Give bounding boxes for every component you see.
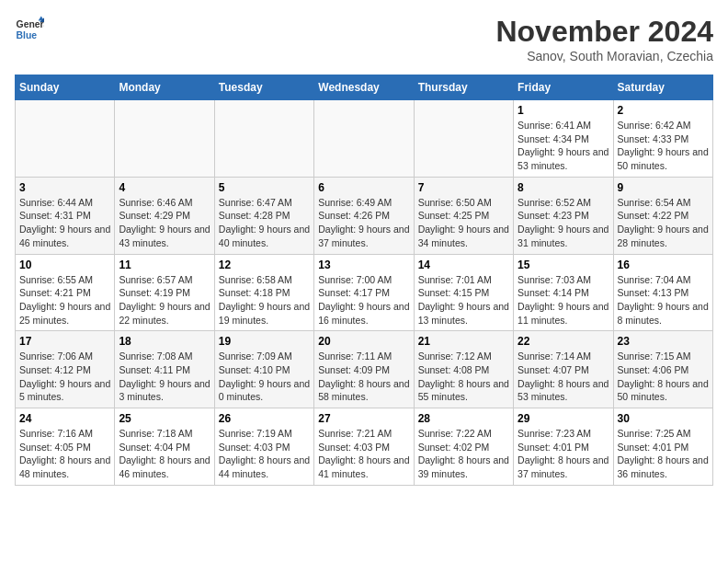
day-detail: Sunrise: 7:06 AMSunset: 4:12 PMDaylight:… [19,350,110,404]
day-detail: Sunrise: 7:21 AMSunset: 4:03 PMDaylight:… [318,427,409,481]
calendar-cell: 5Sunrise: 6:47 AMSunset: 4:28 PMDaylight… [214,177,313,254]
calendar-cell: 3Sunrise: 6:44 AMSunset: 4:31 PMDaylight… [16,177,115,254]
calendar-cell [214,100,313,178]
calendar-cell: 4Sunrise: 6:46 AMSunset: 4:29 PMDaylight… [115,177,214,254]
day-number: 11 [119,259,210,271]
day-number: 8 [518,181,609,194]
calendar-cell [115,100,214,178]
page-header: General Blue November 2024 Sanov, South … [15,15,713,63]
day-number: 1 [518,104,609,117]
day-number: 10 [19,259,110,271]
day-number: 7 [418,181,509,194]
day-number: 28 [418,412,509,425]
day-number: 9 [618,181,709,194]
day-number: 18 [119,335,210,348]
calendar-cell: 21Sunrise: 7:12 AMSunset: 4:08 PMDayligh… [414,331,513,408]
day-number: 16 [618,259,709,271]
day-detail: Sunrise: 7:14 AMSunset: 4:07 PMDaylight:… [518,350,609,404]
day-detail: Sunrise: 7:15 AMSunset: 4:06 PMDaylight:… [618,350,709,404]
logo: General Blue [15,15,44,44]
day-header-tuesday: Tuesday [214,75,313,100]
day-detail: Sunrise: 7:08 AMSunset: 4:11 PMDaylight:… [119,350,210,404]
day-header-wednesday: Wednesday [314,75,414,100]
day-number: 17 [19,335,110,348]
day-number: 22 [518,335,609,348]
day-detail: Sunrise: 7:18 AMSunset: 4:04 PMDaylight:… [119,427,210,481]
day-header-friday: Friday [514,75,613,100]
calendar-cell: 26Sunrise: 7:19 AMSunset: 4:03 PMDayligh… [214,408,313,486]
calendar-cell: 15Sunrise: 7:03 AMSunset: 4:14 PMDayligh… [514,254,613,331]
day-detail: Sunrise: 7:01 AMSunset: 4:15 PMDaylight:… [418,273,509,327]
calendar-cell: 22Sunrise: 7:14 AMSunset: 4:07 PMDayligh… [514,331,613,408]
day-detail: Sunrise: 7:25 AMSunset: 4:01 PMDaylight:… [618,427,709,481]
day-detail: Sunrise: 6:47 AMSunset: 4:28 PMDaylight:… [219,196,310,250]
calendar-week-5: 24Sunrise: 7:16 AMSunset: 4:05 PMDayligh… [16,408,713,486]
day-number: 29 [518,412,609,425]
day-detail: Sunrise: 6:46 AMSunset: 4:29 PMDaylight:… [119,196,210,250]
calendar-cell [314,100,414,178]
day-detail: Sunrise: 7:12 AMSunset: 4:08 PMDaylight:… [418,350,509,404]
day-number: 23 [618,335,709,348]
day-number: 6 [318,181,409,194]
day-detail: Sunrise: 6:52 AMSunset: 4:23 PMDaylight:… [518,196,609,250]
day-number: 19 [219,335,310,348]
day-detail: Sunrise: 6:42 AMSunset: 4:33 PMDaylight:… [618,119,709,173]
day-detail: Sunrise: 6:58 AMSunset: 4:18 PMDaylight:… [219,273,310,327]
calendar-cell: 27Sunrise: 7:21 AMSunset: 4:03 PMDayligh… [314,408,414,486]
day-detail: Sunrise: 7:22 AMSunset: 4:02 PMDaylight:… [418,427,509,481]
day-number: 4 [119,181,210,194]
day-header-saturday: Saturday [613,75,712,100]
calendar-cell: 16Sunrise: 7:04 AMSunset: 4:13 PMDayligh… [613,254,712,331]
calendar-week-3: 10Sunrise: 6:55 AMSunset: 4:21 PMDayligh… [16,254,713,331]
day-number: 25 [119,412,210,425]
day-detail: Sunrise: 6:44 AMSunset: 4:31 PMDaylight:… [19,196,110,250]
svg-text:Blue: Blue [17,30,38,40]
calendar-cell: 28Sunrise: 7:22 AMSunset: 4:02 PMDayligh… [414,408,513,486]
day-header-monday: Monday [115,75,214,100]
calendar-cell: 25Sunrise: 7:18 AMSunset: 4:04 PMDayligh… [115,408,214,486]
calendar-cell: 29Sunrise: 7:23 AMSunset: 4:01 PMDayligh… [514,408,613,486]
calendar-cell: 30Sunrise: 7:25 AMSunset: 4:01 PMDayligh… [613,408,712,486]
day-number: 13 [318,259,409,271]
day-detail: Sunrise: 7:00 AMSunset: 4:17 PMDaylight:… [318,273,409,327]
calendar-cell: 6Sunrise: 6:49 AMSunset: 4:26 PMDaylight… [314,177,414,254]
day-header-sunday: Sunday [16,75,115,100]
day-detail: Sunrise: 6:50 AMSunset: 4:25 PMDaylight:… [418,196,509,250]
calendar-cell: 24Sunrise: 7:16 AMSunset: 4:05 PMDayligh… [16,408,115,486]
calendar-cell: 12Sunrise: 6:58 AMSunset: 4:18 PMDayligh… [214,254,313,331]
svg-text:General: General [17,19,44,29]
day-detail: Sunrise: 6:49 AMSunset: 4:26 PMDaylight:… [318,196,409,250]
day-number: 2 [618,104,709,117]
month-title: November 2024 [495,15,713,49]
calendar-week-2: 3Sunrise: 6:44 AMSunset: 4:31 PMDaylight… [16,177,713,254]
calendar-week-1: 1Sunrise: 6:41 AMSunset: 4:34 PMDaylight… [16,100,713,178]
calendar-cell: 9Sunrise: 6:54 AMSunset: 4:22 PMDaylight… [613,177,712,254]
day-detail: Sunrise: 6:41 AMSunset: 4:34 PMDaylight:… [518,119,609,173]
subtitle: Sanov, South Moravian, Czechia [495,49,713,63]
day-number: 12 [219,259,310,271]
day-number: 24 [19,412,110,425]
calendar-cell: 7Sunrise: 6:50 AMSunset: 4:25 PMDaylight… [414,177,513,254]
calendar-cell: 17Sunrise: 7:06 AMSunset: 4:12 PMDayligh… [16,331,115,408]
day-number: 26 [219,412,310,425]
day-detail: Sunrise: 7:04 AMSunset: 4:13 PMDaylight:… [618,273,709,327]
calendar-header-row: SundayMondayTuesdayWednesdayThursdayFrid… [16,75,713,100]
day-header-thursday: Thursday [414,75,513,100]
calendar-cell: 18Sunrise: 7:08 AMSunset: 4:11 PMDayligh… [115,331,214,408]
calendar-cell: 13Sunrise: 7:00 AMSunset: 4:17 PMDayligh… [314,254,414,331]
day-number: 5 [219,181,310,194]
day-number: 20 [318,335,409,348]
day-number: 21 [418,335,509,348]
day-detail: Sunrise: 7:11 AMSunset: 4:09 PMDaylight:… [318,350,409,404]
calendar-cell [414,100,513,178]
day-detail: Sunrise: 6:57 AMSunset: 4:19 PMDaylight:… [119,273,210,327]
calendar-cell: 10Sunrise: 6:55 AMSunset: 4:21 PMDayligh… [16,254,115,331]
day-number: 15 [518,259,609,271]
day-detail: Sunrise: 6:54 AMSunset: 4:22 PMDaylight:… [618,196,709,250]
day-detail: Sunrise: 7:16 AMSunset: 4:05 PMDaylight:… [19,427,110,481]
calendar-cell: 11Sunrise: 6:57 AMSunset: 4:19 PMDayligh… [115,254,214,331]
title-area: November 2024 Sanov, South Moravian, Cze… [495,15,713,63]
day-detail: Sunrise: 7:09 AMSunset: 4:10 PMDaylight:… [219,350,310,404]
calendar: SundayMondayTuesdayWednesdayThursdayFrid… [15,75,713,486]
day-number: 14 [418,259,509,271]
